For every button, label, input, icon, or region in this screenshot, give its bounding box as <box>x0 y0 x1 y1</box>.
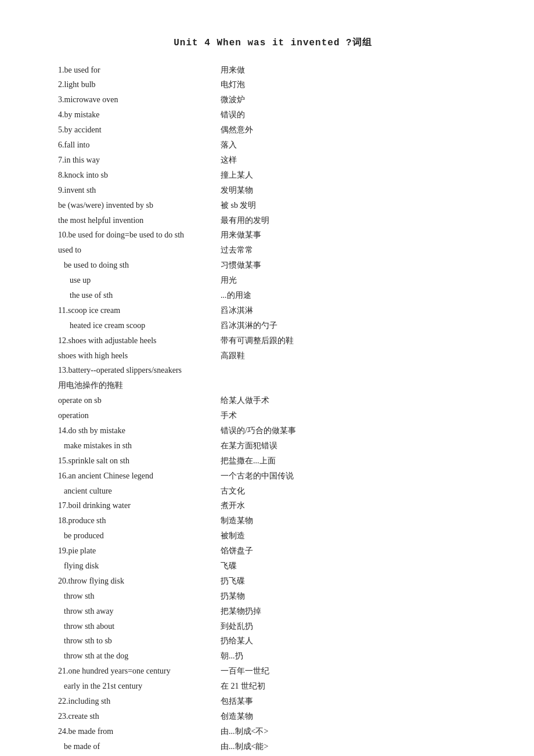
list-item: 14.do sth by mistake错误的/巧合的做某事 <box>58 423 488 438</box>
list-item: 24.be made from由...制成<不> <box>58 724 488 739</box>
list-item: the use of sth...的用途 <box>58 288 488 303</box>
list-item: be (was/were) invented by sb被 sb 发明 <box>58 198 488 213</box>
list-item: throw sth扔某物 <box>58 589 488 604</box>
list-item: 3.microwave oven微波炉 <box>58 92 488 107</box>
list-item: 6.fall into落入 <box>58 138 488 153</box>
list-item: 用电池操作的拖鞋 <box>58 378 488 393</box>
list-item: throw sth away把某物扔掉 <box>58 604 488 619</box>
list-item: 15.sprinkle salt on sth把盐撒在...上面 <box>58 453 488 469</box>
list-item: 10.be used for doing=be used to do sth用来… <box>58 228 488 243</box>
list-item: 16.an ancient Chinese legend一个古老的中国传说 <box>58 469 488 484</box>
list-item: 22.including sth包括某事 <box>58 694 488 709</box>
list-item: throw sth at the dog朝...扔 <box>58 649 488 664</box>
list-item: 7.in this way这样 <box>58 153 488 168</box>
list-item: 23.create sth创造某物 <box>58 709 488 724</box>
list-item: be produced被制造 <box>58 528 488 543</box>
list-item: 1.be used for用来做 <box>58 63 488 78</box>
list-item: flying disk飞碟 <box>58 559 488 574</box>
list-item: operation手术 <box>58 408 488 423</box>
list-item: make mistakes in sth在某方面犯错误 <box>58 438 488 453</box>
list-item: shoes with high heels高跟鞋 <box>58 348 488 363</box>
list-item: operate on sb给某人做手术 <box>58 393 488 408</box>
list-item: 2.light bulb电灯泡 <box>58 77 488 92</box>
list-item: be made of由...制成<能> <box>58 739 488 754</box>
list-item: 12.shoes with adjustable heels带有可调整后跟的鞋 <box>58 333 488 348</box>
list-item: be used to doing sth习惯做某事 <box>58 258 488 273</box>
list-item: 19.pie plate馅饼盘子 <box>58 543 488 559</box>
list-item: used to过去常常 <box>58 243 488 258</box>
list-item: 18.produce sth制造某物 <box>58 513 488 528</box>
list-item: 13.battery--operated slippers/sneakers <box>58 363 488 378</box>
list-item: 11.scoop ice cream舀冰淇淋 <box>58 303 488 318</box>
list-item: 17.boil drinking water煮开水 <box>58 498 488 513</box>
list-item: throw sth to sb扔给某人 <box>58 633 488 649</box>
list-item: ancient culture古文化 <box>58 484 488 499</box>
list-item: 25.on a hard wooden floor在一个坚硬的木制地板上 <box>58 754 488 756</box>
list-item: 4.by mistake错误的 <box>58 107 488 123</box>
vocab-list: 1.be used for用来做2.light bulb电灯泡3.microwa… <box>58 63 488 756</box>
list-item: the most helpful invention最有用的发明 <box>58 213 488 228</box>
list-item: throw sth about到处乱扔 <box>58 619 488 634</box>
list-item: 9.invent sth发明某物 <box>58 183 488 198</box>
list-item: 20.throw flying disk扔飞碟 <box>58 574 488 589</box>
list-item: 21.one hundred years=one century一百年一世纪 <box>58 664 488 679</box>
list-item: early in the 21st century在 21 世纪初 <box>58 679 488 694</box>
page-title: Unit 4 When was it invented ?词组 <box>58 35 488 52</box>
list-item: heated ice cream scoop舀冰淇淋的勺子 <box>58 318 488 333</box>
list-item: use up用光 <box>58 273 488 288</box>
list-item: 5.by accident偶然意外 <box>58 123 488 138</box>
list-item: 8.knock into sb撞上某人 <box>58 168 488 183</box>
